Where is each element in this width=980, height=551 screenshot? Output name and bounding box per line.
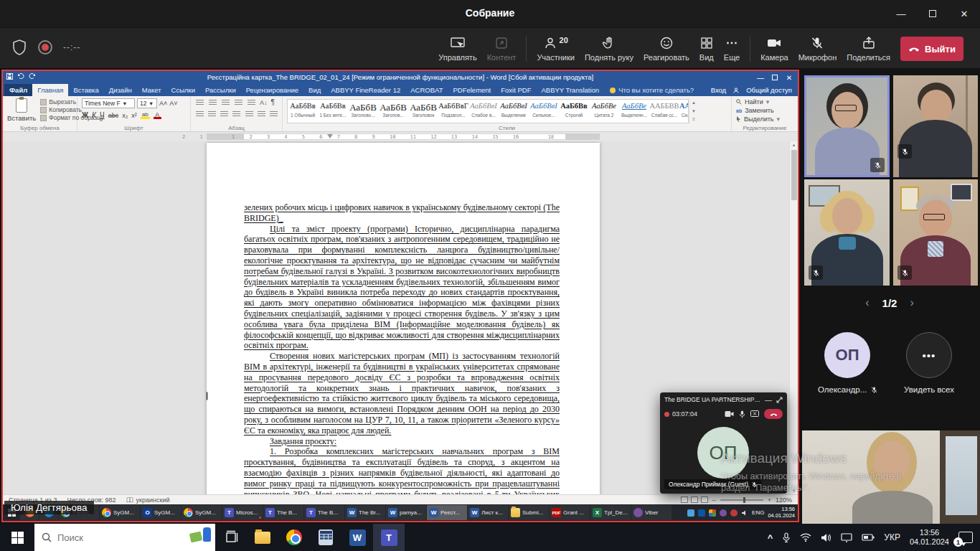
video-tile[interactable] [804, 179, 890, 286]
raise-hand-button[interactable]: Поднять руку [585, 36, 633, 62]
clock[interactable]: 13:5604.01.2024 [910, 528, 949, 547]
tab-abbyy-translation[interactable]: ABBYY Translation [537, 84, 605, 96]
mini-minimize-icon[interactable]: — [765, 396, 772, 404]
content-button[interactable]: Контент [487, 36, 517, 62]
video-tile[interactable] [893, 179, 978, 286]
scrollbar-thumb[interactable] [791, 150, 797, 200]
style-item[interactable]: АаБбВеВыделенн... [619, 100, 649, 123]
styles-scroll[interactable]: ▲▼≡ [689, 98, 698, 123]
taskbar-word-window[interactable]: WThe Br... [345, 505, 385, 520]
mini-camera-icon[interactable] [725, 410, 734, 418]
taskbar-word-window[interactable]: WЛист к... [468, 505, 508, 520]
document-scrollbar[interactable]: ▲ ▼ [789, 141, 798, 494]
shrink-font-icon[interactable]: А˅ [169, 100, 177, 107]
taskbar-teams-window[interactable]: TThe B... [304, 505, 344, 520]
increase-indent-icon[interactable] [247, 98, 256, 106]
tray-icon[interactable] [709, 509, 716, 517]
style-item[interactable]: АаБбВвІВыделение [499, 100, 529, 123]
numbering-icon[interactable] [208, 98, 217, 106]
italic-icon[interactable]: К [92, 111, 96, 119]
bold-icon[interactable]: Ж [82, 111, 88, 119]
zoom-in-icon[interactable]: + [768, 496, 771, 504]
tab-view[interactable]: Вид [303, 84, 326, 96]
mini-meeting-window[interactable]: The BRIDGE UA PARTNERSHIP Mont... — 03:0… [660, 392, 787, 494]
taskbar-pdf-window[interactable]: PDFGrant ... [550, 505, 590, 520]
tab-home[interactable]: Главная [32, 84, 68, 96]
document-page[interactable]: зелених робочих місць і цифрових навичок… [207, 143, 600, 494]
tab-review[interactable]: Рецензирование [241, 84, 303, 96]
tray-icon[interactable] [730, 509, 738, 517]
shared-clock[interactable]: 13:5604.01.2024 [768, 507, 795, 519]
font-size-select[interactable]: 12▾ [137, 98, 157, 108]
redo-icon[interactable] [29, 73, 36, 80]
zoom-slider[interactable] [720, 499, 763, 501]
decrease-indent-icon[interactable] [234, 98, 243, 106]
leave-button[interactable]: Выйти [900, 37, 963, 61]
taskbar-folder-window[interactable]: Submi... [509, 505, 549, 520]
notification-icon[interactable]: 1 [958, 532, 973, 543]
sort-icon[interactable]: А↓ [260, 99, 268, 106]
style-item[interactable]: АаБбВвІСильное... [529, 100, 559, 123]
borders-icon[interactable] [269, 110, 278, 118]
style-item[interactable]: АаБбВвСтрогий [559, 100, 589, 123]
connect-display-icon[interactable] [841, 533, 852, 542]
file-explorer-button[interactable] [247, 524, 278, 551]
prev-page-icon[interactable]: ‹ [865, 296, 869, 309]
subscript-icon[interactable]: x₂ [122, 112, 128, 119]
zoom-level[interactable]: 120% [776, 496, 792, 504]
undo-icon[interactable] [17, 73, 24, 80]
video-tile[interactable] [804, 75, 890, 177]
mini-mic-icon[interactable] [739, 410, 745, 418]
font-name-select[interactable]: Times New F▾ [82, 98, 135, 108]
grow-font-icon[interactable]: А˄ [159, 100, 167, 107]
view-mode-icons[interactable] [681, 496, 708, 503]
teams-button-active[interactable]: T [373, 524, 405, 551]
style-item[interactable]: АаБбВЗаголово... [348, 100, 378, 123]
minimize-icon[interactable]: — [885, 0, 917, 27]
next-page-icon[interactable]: › [910, 296, 913, 309]
style-item[interactable]: АаБбВеЦитата 2 [589, 100, 619, 123]
tab-file[interactable]: Файл [4, 84, 32, 96]
style-item[interactable]: АаБбВвІСлабое в... [468, 100, 499, 123]
participant-avatar[interactable]: ОП [824, 332, 870, 378]
restore-icon[interactable] [917, 0, 948, 27]
tray-mic-icon[interactable] [782, 532, 791, 543]
tab-pdfelement[interactable]: PDFelement [448, 84, 496, 96]
video-tile[interactable] [893, 75, 978, 177]
tab-mailings[interactable]: Рассылки [200, 84, 241, 96]
start-button[interactable] [0, 524, 34, 551]
tab-design[interactable]: Дизайн [104, 84, 137, 96]
speaker-icon[interactable] [821, 533, 831, 542]
tray-viber-icon[interactable] [720, 509, 727, 517]
manage-button[interactable]: Управлять [438, 36, 476, 62]
language-indicator[interactable]: УКР [884, 532, 900, 542]
taskbar-teams-window[interactable]: TThe B... [263, 505, 303, 520]
save-icon[interactable] [6, 73, 13, 80]
style-item[interactable]: ААББВВСлабая сс... [649, 100, 679, 123]
react-button[interactable]: Реагировать [644, 36, 689, 62]
paste-button[interactable]: Вставить [7, 98, 36, 123]
taskbar-word-window-active[interactable]: WРеєст... [427, 505, 467, 520]
tray-expand-icon[interactable]: ^ [768, 532, 773, 543]
line-spacing-icon[interactable] [245, 110, 253, 118]
align-right-icon[interactable] [220, 110, 228, 118]
select-button[interactable]: Выделить▾ [736, 116, 793, 123]
language-indicator[interactable]: украинский [126, 496, 170, 504]
style-item[interactable]: АаБбВв1 Обычный [288, 100, 318, 123]
taskbar-word-window[interactable]: Wpamya... [386, 505, 426, 520]
taskbar-search[interactable] [34, 524, 215, 551]
view-button[interactable]: Вид [699, 36, 714, 62]
sign-in-link[interactable]: Вход [711, 86, 727, 94]
style-item[interactable]: АаБбВЗаголов... [378, 100, 408, 123]
strikethrough-icon[interactable]: abc [108, 112, 119, 119]
search-input[interactable] [57, 532, 158, 543]
tab-acrobat[interactable]: ACROBAT [405, 84, 448, 96]
align-left-icon[interactable] [195, 110, 204, 118]
chrome-button[interactable] [278, 524, 310, 551]
style-item[interactable]: ААББВВСильная с... [679, 100, 689, 123]
word-restore-icon[interactable] [768, 71, 782, 84]
share-button[interactable]: Поделиться [847, 36, 890, 62]
wifi-icon[interactable] [800, 533, 811, 542]
replace-button[interactable]: abЗаменить [736, 107, 793, 114]
close-icon[interactable]: ✕ [948, 0, 980, 27]
